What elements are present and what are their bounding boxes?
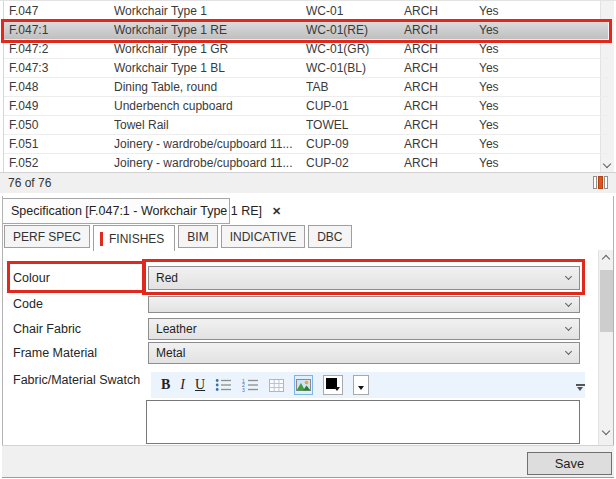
row-name: Workchair Type 1 GR <box>114 42 306 56</box>
table-row[interactable]: F.049 Underbench cupboard CUP-01 ARCH Ye… <box>4 97 608 116</box>
tab-bim[interactable]: BIM <box>178 225 217 248</box>
row-name: Joinery - wardrobe/cupboard 11... <box>114 156 306 170</box>
table-row[interactable]: F.051 Joinery - wardrobe/cupboard 11... … <box>4 135 608 154</box>
row-item-code: CUP-02 <box>306 156 404 170</box>
tab-dbc[interactable]: DBC <box>308 225 351 248</box>
row-discipline: ARCH <box>404 80 479 94</box>
colour-dropdown[interactable]: Red <box>148 266 580 290</box>
row-code: F.048 <box>9 80 114 94</box>
active-tab-marker <box>100 232 103 246</box>
scrollbar-thumb[interactable] <box>600 270 613 332</box>
chevron-down-icon[interactable] <box>602 427 610 435</box>
table-row[interactable]: F.047 Workchair Type 1 WC-01 ARCH Yes <box>4 2 608 21</box>
row-code: F.047:3 <box>9 61 114 75</box>
row-discipline: ARCH <box>404 61 479 75</box>
chair-fabric-label: Chair Fabric <box>13 322 81 336</box>
table-row[interactable]: F.047:2 Workchair Type 1 GR WC-01(GR) AR… <box>4 40 608 59</box>
spec-tab-title: Specification [F.047:1 - Workchair Type … <box>11 204 262 218</box>
highlight-color-button[interactable] <box>353 375 369 395</box>
chevron-down-icon <box>565 299 572 306</box>
row-item-code: CUP-01 <box>306 99 404 113</box>
frame-material-value: Metal <box>156 346 185 360</box>
row-code: F.052 <box>9 156 114 170</box>
richtext-toolbar: B I U 1 2 3 <box>151 372 585 398</box>
row-flag: Yes <box>479 156 608 170</box>
panel-border-bottom <box>2 477 614 478</box>
bullet-list-icon <box>215 378 232 392</box>
close-icon[interactable]: ✕ <box>272 205 281 218</box>
handle-bar <box>576 384 585 386</box>
columns-panel-icon[interactable] <box>593 176 610 189</box>
row-item-code: CUP-09 <box>306 137 404 151</box>
row-code: F.051 <box>9 137 114 151</box>
toolbar-collapse-handle[interactable] <box>576 384 586 391</box>
table-row[interactable]: F.050 Towel Rail TOWEL ARCH Yes <box>4 116 608 135</box>
row-flag: Yes <box>479 61 608 75</box>
row-item-code: WC-01(RE) <box>306 23 404 37</box>
save-button[interactable]: Save <box>527 452 612 475</box>
row-name: Workchair Type 1 RE <box>114 23 306 37</box>
image-icon <box>296 379 311 391</box>
row-discipline: ARCH <box>404 137 479 151</box>
swatch-label: Fabric/Material Swatch <box>13 373 140 387</box>
handle-arrow-icon <box>577 387 583 391</box>
panel-border-left <box>2 196 3 477</box>
tab-label: DBC <box>317 230 342 244</box>
dropdown-arrow-icon <box>334 387 340 391</box>
insert-table-button[interactable] <box>269 375 284 395</box>
row-discipline: ARCH <box>404 4 479 18</box>
row-code: F.047:1 <box>9 23 114 37</box>
chair-fabric-dropdown[interactable]: Leather <box>148 318 580 340</box>
insert-image-button[interactable] <box>294 375 313 395</box>
numbered-list-button[interactable]: 1 2 3 <box>242 375 259 395</box>
chevron-up-icon[interactable] <box>602 255 610 263</box>
bullet-list-button[interactable] <box>215 375 232 395</box>
spec-document-tab[interactable]: Specification [F.047:1 - Workchair Type … <box>2 198 230 224</box>
row-name: Dining Table, round <box>114 80 306 94</box>
row-item-code: WC-01(GR) <box>306 42 404 56</box>
record-count: 76 of 76 <box>8 176 51 190</box>
tab-indicative[interactable]: INDICATIVE <box>221 225 305 248</box>
italic-button[interactable]: I <box>180 375 185 395</box>
row-item-code: WC-01 <box>306 4 404 18</box>
row-flag: Yes <box>479 4 608 18</box>
items-table: F.047 Workchair Type 1 WC-01 ARCH Yes F.… <box>0 0 616 172</box>
footer-bar <box>2 445 614 477</box>
table-row[interactable]: F.052 Joinery - wardrobe/cupboard 11... … <box>4 154 608 173</box>
svg-text:3: 3 <box>242 387 245 393</box>
frame-material-dropdown[interactable]: Metal <box>148 342 580 364</box>
font-color-button[interactable] <box>323 375 343 395</box>
dropdown-arrow-icon <box>358 386 364 390</box>
status-bar: 76 of 76 <box>0 172 616 193</box>
table-row-selected[interactable]: F.047:1 Workchair Type 1 RE WC-01(RE) AR… <box>4 21 608 40</box>
numbered-list-icon: 1 2 3 <box>242 378 259 392</box>
spec-tab-strip: PERF SPEC FINISHES BIM INDICATIVE DBC <box>4 225 352 251</box>
colour-label: Colour <box>13 271 50 285</box>
panel-border-right <box>613 196 614 477</box>
row-name: Joinery - wardrobe/cupboard 11... <box>114 137 306 151</box>
tab-label: FINISHES <box>109 232 164 246</box>
row-discipline: ARCH <box>404 99 479 113</box>
bold-button[interactable]: B <box>161 375 170 395</box>
columns-icon-center <box>598 176 603 189</box>
tab-finishes[interactable]: FINISHES <box>93 225 175 251</box>
row-discipline: ARCH <box>404 118 479 132</box>
code-label: Code <box>13 297 43 311</box>
chevron-down-icon <box>565 324 572 331</box>
code-dropdown[interactable] <box>148 296 580 313</box>
tab-perf-spec[interactable]: PERF SPEC <box>4 225 90 248</box>
table-row[interactable]: F.048 Dining Table, round TAB ARCH Yes <box>4 78 608 97</box>
row-name: Underbench cupboard <box>114 99 306 113</box>
row-code: F.047 <box>9 4 114 18</box>
row-flag: Yes <box>479 118 608 132</box>
swatch-editor[interactable] <box>146 400 580 444</box>
form-scrollbar[interactable] <box>598 250 613 445</box>
row-name: Towel Rail <box>114 118 306 132</box>
tab-label: BIM <box>187 230 208 244</box>
frame-material-label: Frame Material <box>13 346 97 360</box>
table-row[interactable]: F.047:3 Workchair Type 1 BL WC-01(BL) AR… <box>4 59 608 78</box>
underline-button[interactable]: U <box>195 375 205 395</box>
table-icon <box>269 379 284 392</box>
table-rows: F.047 Workchair Type 1 WC-01 ARCH Yes F.… <box>4 2 608 173</box>
row-flag: Yes <box>479 80 608 94</box>
